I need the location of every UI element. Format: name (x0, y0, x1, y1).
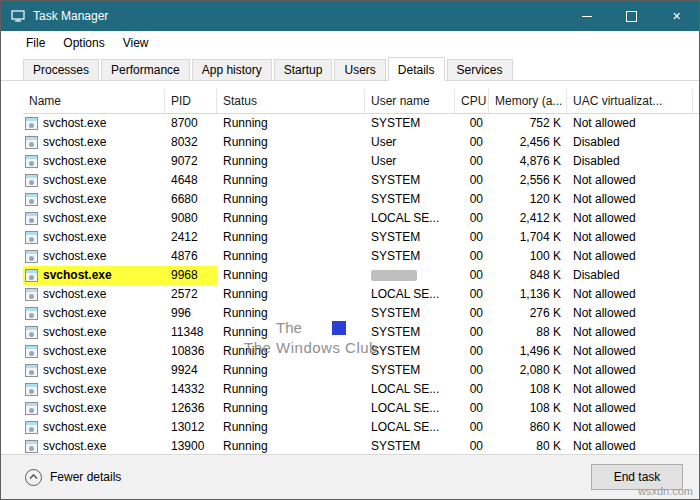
cell-cpu[interactable]: 00 (455, 171, 489, 190)
cell-cpu[interactable]: 00 (455, 285, 489, 304)
tab-app-history[interactable]: App history (192, 59, 272, 81)
cell-status[interactable]: Running (217, 266, 365, 285)
cell-memory[interactable]: 860 K (489, 418, 567, 437)
cell-username[interactable]: SYSTEM (365, 304, 455, 323)
cell-pid[interactable]: 13012 (165, 418, 217, 437)
cell-status[interactable]: Running (217, 190, 365, 209)
cell-pid[interactable]: 4648 (165, 171, 217, 190)
cell-username[interactable]: LOCAL SE... (365, 285, 455, 304)
cell-cpu[interactable]: 00 (455, 114, 489, 133)
tab-users[interactable]: Users (334, 59, 385, 81)
table-row[interactable]: svchost.exe4648RunningSYSTEM002,556 KNot… (23, 171, 699, 190)
cell-cpu[interactable]: 00 (455, 228, 489, 247)
cell-name[interactable]: svchost.exe (23, 380, 165, 399)
cell-pid[interactable]: 4876 (165, 247, 217, 266)
cell-uac[interactable]: Not allowed (567, 285, 693, 304)
cell-memory[interactable]: 100 K (489, 247, 567, 266)
cell-uac[interactable]: Not allowed (567, 209, 693, 228)
column-header-5[interactable]: Memory (a... (489, 89, 567, 113)
cell-pid[interactable]: 9924 (165, 361, 217, 380)
cell-memory[interactable]: 848 K (489, 266, 567, 285)
cell-uac[interactable]: Not allowed (567, 323, 693, 342)
cell-status[interactable]: Running (217, 361, 365, 380)
cell-name[interactable]: svchost.exe (23, 247, 165, 266)
cell-username[interactable]: SYSTEM (365, 190, 455, 209)
cell-username[interactable]: LOCAL SE... (365, 418, 455, 437)
cell-status[interactable]: Running (217, 285, 365, 304)
cell-cpu[interactable]: 00 (455, 152, 489, 171)
cell-status[interactable]: Running (217, 114, 365, 133)
fewer-details-toggle[interactable]: Fewer details (25, 469, 121, 486)
cell-username[interactable]: LOCAL SE... (365, 380, 455, 399)
cell-pid[interactable]: 11348 (165, 323, 217, 342)
table-row[interactable]: svchost.exe2412RunningSYSTEM001,704 KNot… (23, 228, 699, 247)
cell-memory[interactable]: 2,412 K (489, 209, 567, 228)
cell-memory[interactable]: 1,136 K (489, 285, 567, 304)
tab-performance[interactable]: Performance (101, 59, 190, 81)
cell-pid[interactable]: 2572 (165, 285, 217, 304)
cell-cpu[interactable]: 00 (455, 418, 489, 437)
cell-pid[interactable]: 8032 (165, 133, 217, 152)
cell-pid[interactable]: 2412 (165, 228, 217, 247)
cell-pid[interactable]: 9072 (165, 152, 217, 171)
cell-pid[interactable]: 12636 (165, 399, 217, 418)
cell-memory[interactable]: 276 K (489, 304, 567, 323)
cell-uac[interactable]: Disabled (567, 133, 693, 152)
cell-memory[interactable]: 108 K (489, 399, 567, 418)
cell-pid[interactable]: 10836 (165, 342, 217, 361)
cell-uac[interactable]: Not allowed (567, 418, 693, 437)
cell-memory[interactable]: 1,704 K (489, 228, 567, 247)
cell-username[interactable]: SYSTEM (365, 361, 455, 380)
maximize-button[interactable] (609, 1, 654, 31)
cell-pid[interactable]: 9080 (165, 209, 217, 228)
table-row[interactable]: svchost.exe13012RunningLOCAL SE...00860 … (23, 418, 699, 437)
menu-view[interactable]: View (114, 36, 158, 50)
cell-status[interactable]: Running (217, 133, 365, 152)
cell-memory[interactable]: 2,080 K (489, 361, 567, 380)
cell-status[interactable]: Running (217, 171, 365, 190)
table-row[interactable]: svchost.exe6680RunningSYSTEM00120 KNot a… (23, 190, 699, 209)
cell-name[interactable]: svchost.exe (23, 323, 165, 342)
close-button[interactable]: ✕ (654, 1, 699, 31)
cell-name[interactable]: svchost.exe (23, 190, 165, 209)
table-row[interactable]: svchost.exe11348RunningSYSTEM0088 KNot a… (23, 323, 699, 342)
column-header-0[interactable]: Name (23, 89, 165, 113)
cell-username[interactable]: SYSTEM (365, 171, 455, 190)
cell-memory[interactable]: 2,456 K (489, 133, 567, 152)
cell-status[interactable]: Running (217, 342, 365, 361)
column-header-4[interactable]: CPU (455, 89, 489, 113)
cell-status[interactable]: Running (217, 418, 365, 437)
cell-cpu[interactable]: 00 (455, 380, 489, 399)
cell-cpu[interactable]: 00 (455, 342, 489, 361)
cell-cpu[interactable]: 00 (455, 361, 489, 380)
cell-memory[interactable]: 2,556 K (489, 171, 567, 190)
cell-cpu[interactable]: 00 (455, 190, 489, 209)
cell-status[interactable]: Running (217, 152, 365, 171)
table-row[interactable]: svchost.exe12636RunningLOCAL SE...00108 … (23, 399, 699, 418)
cell-username[interactable]: LOCAL SE... (365, 209, 455, 228)
cell-pid[interactable]: 8700 (165, 114, 217, 133)
cell-cpu[interactable]: 00 (455, 133, 489, 152)
cell-username[interactable]: SYSTEM (365, 323, 455, 342)
tab-details[interactable]: Details (388, 57, 445, 81)
cell-uac[interactable]: Not allowed (567, 114, 693, 133)
cell-name[interactable]: svchost.exe (23, 361, 165, 380)
column-header-3[interactable]: User name (365, 89, 455, 113)
cell-username[interactable]: SYSTEM (365, 114, 455, 133)
column-header-1[interactable]: PID (165, 89, 217, 113)
table-row[interactable]: svchost.exe4876RunningSYSTEM00100 KNot a… (23, 247, 699, 266)
table-row[interactable]: svchost.exe8700RunningSYSTEM00752 KNot a… (23, 114, 699, 133)
cell-uac[interactable]: Not allowed (567, 304, 693, 323)
cell-uac[interactable]: Not allowed (567, 190, 693, 209)
cell-cpu[interactable]: 00 (455, 323, 489, 342)
cell-name[interactable]: svchost.exe (23, 418, 165, 437)
cell-memory[interactable]: 108 K (489, 380, 567, 399)
cell-cpu[interactable]: 00 (455, 266, 489, 285)
table-row[interactable]: svchost.exe9968Running00848 KDisabled (23, 266, 699, 285)
table-row[interactable]: svchost.exe2572RunningLOCAL SE...001,136… (23, 285, 699, 304)
cell-uac[interactable]: Not allowed (567, 361, 693, 380)
cell-memory[interactable]: 4,876 K (489, 152, 567, 171)
cell-status[interactable]: Running (217, 304, 365, 323)
cell-name[interactable]: svchost.exe (23, 133, 165, 152)
cell-username[interactable]: SYSTEM (365, 247, 455, 266)
